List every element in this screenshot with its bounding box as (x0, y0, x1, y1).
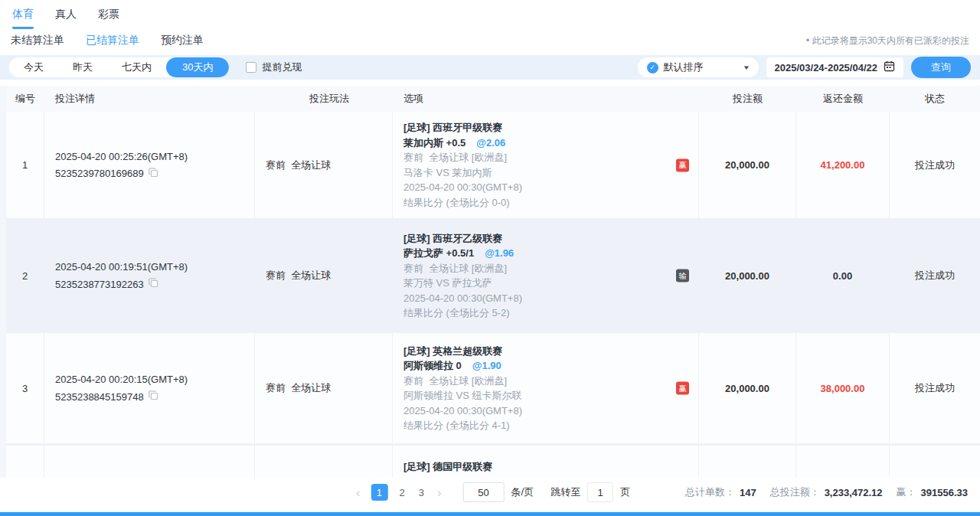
option-cell: [足球] 西班牙甲级联赛 莱加内斯 +0.5@2.06 赛前 全场让球 [欧洲盘… (393, 112, 699, 218)
option-play-detail: 赛前 全场让球 [欧洲盘] (403, 261, 698, 276)
row-number: 2 (6, 220, 44, 331)
next-page-icon[interactable]: › (431, 486, 448, 499)
lose-badge: 输 (676, 269, 689, 282)
prev-page-icon[interactable]: ‹ (350, 486, 367, 499)
bet-status: 投注成功 (890, 112, 980, 218)
row-number: 1 (6, 112, 44, 218)
option-odds: @1.96 (485, 247, 514, 259)
query-button[interactable]: 查询 (911, 57, 971, 78)
tab-live[interactable]: 真人 (55, 8, 77, 29)
payout-amount: 38,000.00 (796, 333, 890, 443)
tab-lottery[interactable]: 彩票 (98, 8, 119, 29)
bet-detail-cell: 2025-04-20 00:20:15(GMT+8) 5235238845159… (44, 333, 255, 443)
total-stake-value: 3,233,472.12 (825, 487, 883, 498)
bet-id: 5235238773192263 (55, 279, 144, 290)
jump-to-label: 跳转至 (550, 485, 580, 499)
per-page-label: 条/页 (511, 485, 534, 499)
header-bet-detail: 投注详情 (44, 92, 255, 106)
sub-nav: 未结算注单 已结算注单 预约注单 • 此记录将显示30天内所有已派彩的投注 (0, 29, 980, 52)
total-win-value: 391556.33 (921, 487, 968, 498)
early-cashout-filter[interactable]: 提前兑现 (246, 60, 302, 74)
option-match: 莱万特 VS 萨拉戈萨 (403, 276, 698, 291)
chevron-down-icon: ▼ (742, 64, 750, 71)
option-cell: [足球] 英格兰超级联赛 阿斯顿维拉 0@1.90 赛前 全场让球 [欧洲盘] … (393, 333, 699, 443)
option-league: [足球] 德国甲级联赛 (403, 459, 698, 475)
table-row: 1 2025-04-20 00:25:26(GMT+8) 52352397801… (6, 112, 980, 220)
early-cashout-label: 提前兑现 (262, 60, 302, 74)
row-number (6, 446, 44, 478)
play-type: 赛前 全场让球 (255, 220, 393, 331)
option-result: 结果比分 (全场比分 4-1) (403, 418, 698, 433)
date-range-value: 2025/03/24-2025/04/22 (775, 62, 877, 73)
stake-amount: 20,000.00 (699, 220, 796, 331)
date-range-picker[interactable]: 2025/03/24-2025/04/22 (766, 57, 903, 77)
table-row: 3 2025-04-20 00:20:15(GMT+8) 52352388451… (6, 333, 980, 446)
stake-amount (699, 446, 796, 478)
copy-icon[interactable] (149, 168, 158, 180)
records-note: • 此记录将显示30天内所有已派彩的投注 (806, 34, 969, 47)
payout-amount: 0.00 (796, 220, 890, 331)
tab-unsettled-bets[interactable]: 未结算注单 (11, 34, 64, 47)
filter-bar: 今天 昨天 七天内 30天内 提前兑现 ✓ 默认排序 ▼ 2025/03/24-… (0, 55, 980, 80)
bet-id: 5235239780169689 (55, 168, 144, 179)
bet-detail-cell: 2025-04-20 00:19:51(GMT+8) 5235238773192… (44, 220, 255, 331)
total-count-label: 总计单数： (685, 485, 735, 499)
play-type: 赛前 全场让球 (255, 333, 393, 443)
jump-page-input[interactable] (587, 482, 613, 502)
row-number: 3 (6, 333, 44, 443)
option-match: 阿斯顿维拉 VS 纽卡斯尔联 (403, 388, 698, 403)
filter-30days[interactable]: 30天内 (166, 57, 229, 77)
page-unit-label: 页 (620, 485, 630, 499)
table-row: 2 2025-04-20 00:19:51(GMT+8) 52352387731… (6, 220, 980, 333)
option-match-time: 2025-04-20 00:30(GMT+8) (403, 403, 698, 419)
tab-reserved-bets[interactable]: 预约注单 (161, 34, 204, 47)
copy-icon[interactable] (149, 278, 158, 290)
option-result: 结果比分 (全场比分 0-0) (403, 195, 698, 211)
early-cashout-checkbox[interactable] (246, 62, 256, 73)
filter-today[interactable]: 今天 (9, 57, 58, 77)
check-circle-icon: ✓ (647, 62, 658, 73)
option-match: 马洛卡 VS 莱加内斯 (403, 165, 698, 181)
bottom-accent-bar (0, 512, 980, 516)
option-pick: 阿斯顿维拉 0 (403, 360, 462, 371)
bets-table: 编号 投注详情 投注玩法 选项 投注额 返还金额 状态 1 2025-04-20… (0, 86, 980, 478)
sort-dropdown[interactable]: ✓ 默认排序 ▼ (638, 57, 759, 77)
bet-time: 2025-04-20 00:20:15(GMT+8) (55, 374, 254, 385)
option-pick: 萨拉戈萨 +0.5/1 (403, 247, 474, 259)
header-option: 选项 (393, 92, 699, 106)
sort-label: 默认排序 (664, 60, 704, 74)
bet-status (890, 446, 980, 478)
total-win-label: 赢： (897, 485, 916, 499)
option-league: [足球] 英格兰超级联赛 (403, 344, 698, 359)
header-id: 编号 (6, 92, 44, 106)
tab-settled-bets[interactable]: 已结算注单 (86, 34, 139, 47)
copy-icon[interactable] (149, 390, 158, 403)
option-cell: [足球] 德国甲级联赛 (393, 446, 699, 478)
option-match-time: 2025-04-20 00:30(GMT+8) (403, 291, 698, 306)
page-2[interactable]: 2 (392, 487, 411, 498)
bet-detail-cell (44, 446, 255, 478)
option-cell: [足球] 西班牙乙级联赛 萨拉戈萨 +0.5/1@1.96 赛前 全场让球 [欧… (393, 220, 699, 331)
quick-date-filters: 今天 昨天 七天内 30天内 (9, 57, 229, 77)
option-play-detail: 赛前 全场让球 [欧洲盘] (403, 374, 698, 389)
page-size-input[interactable] (463, 482, 505, 502)
option-result: 结果比分 (全场比分 5-2) (403, 305, 698, 321)
play-type (255, 446, 393, 478)
filter-bar-right: ✓ 默认排序 ▼ 2025/03/24-2025/04/22 查询 (638, 57, 971, 78)
filter-7days[interactable]: 七天内 (107, 57, 166, 77)
payout-amount: 41,200.00 (796, 112, 890, 218)
page-3[interactable]: 3 (412, 487, 431, 498)
option-odds: @1.90 (472, 360, 501, 371)
option-odds: @2.06 (476, 137, 505, 149)
bet-id: 5235238845159748 (55, 391, 144, 403)
table-header: 编号 投注详情 投注玩法 选项 投注额 返还金额 状态 (6, 86, 980, 112)
stake-amount: 20,000.00 (699, 112, 796, 218)
win-badge: 赢 (676, 382, 689, 395)
header-stake: 投注额 (699, 92, 796, 106)
page-1[interactable]: 1 (371, 484, 387, 501)
option-pick: 莱加内斯 +0.5 (403, 137, 466, 149)
tab-sports[interactable]: 体育 (12, 8, 34, 29)
header-payout: 返还金额 (796, 92, 890, 106)
play-type: 赛前 全场让球 (255, 112, 393, 218)
filter-yesterday[interactable]: 昨天 (58, 57, 107, 77)
